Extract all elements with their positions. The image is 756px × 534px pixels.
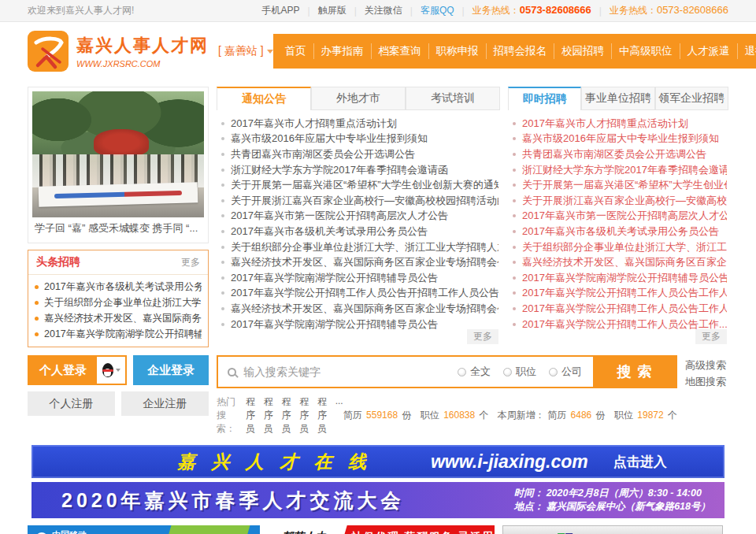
recruit-item[interactable]: 嘉兴经济技术开发区、嘉兴国际商务区百家企业专... — [510, 254, 727, 270]
scope-position[interactable]: 职位 — [503, 365, 536, 379]
banner-spring-job-fair[interactable]: 2020年嘉兴市春季人才交流大会 时间： 2020年2月8日（周六）8:30 -… — [32, 482, 724, 518]
recruit-more-link[interactable]: 更多 — [695, 329, 727, 344]
nav-item[interactable]: 办事指南 — [313, 43, 371, 59]
recruit-item[interactable]: 2017年嘉兴学院南湖学院公开招聘辅导员公告 — [510, 270, 727, 286]
ad-china-mobile[interactable]: 中国移动 China Mobile 移动花卡 bilibili 季度会员 — [28, 525, 260, 534]
stat-label: 简历 — [343, 410, 362, 421]
nav-item[interactable]: 档案查询 — [371, 43, 428, 59]
recruit-item-text: 2017年嘉兴学院南湖学院公开招聘辅导员公告 — [522, 271, 727, 285]
hot-term[interactable]: 程序员 — [246, 395, 258, 436]
tab-leading-enterprise[interactable]: 领军企业招聘 — [655, 87, 728, 110]
enterprise-register-button[interactable]: 企业注册 — [121, 391, 209, 416]
recruit-item[interactable]: 关于组织部分企事业单位赴浙江大学、浙江工业大... — [510, 239, 727, 255]
recruit-item[interactable]: 2017年嘉兴市第一医院公开招聘高层次人才公告 — [510, 209, 727, 224]
map-search-link[interactable]: 地图搜索 — [685, 373, 732, 390]
nav-item[interactable]: 招聘会报名 — [486, 43, 554, 59]
notice-item[interactable]: 2017年嘉兴市第一医院公开招聘高层次人才公告 — [218, 209, 498, 224]
banner-jiaxing-talent-online[interactable]: 嘉 兴 人 才 在 线 www.i-jiaxing.com 点击进入 — [32, 445, 724, 478]
hot-term[interactable]: 程序员 — [281, 395, 294, 436]
photo-caption[interactable]: 学子回 “嘉” 感受禾城蝶变 携手同 “... — [32, 217, 204, 239]
topbar-link-touch[interactable]: 触屏版 — [318, 4, 346, 17]
recruit-item[interactable]: 共青团嘉兴市南湖区委员会公开选调公告 — [510, 146, 727, 162]
tab-public-institution[interactable]: 事业单位招聘 — [581, 87, 654, 110]
station-selector[interactable]: [ 嘉善站 ] — [218, 44, 273, 58]
nav-item[interactable]: 退役军人招聘 — [737, 43, 756, 59]
hot-term[interactable]: ... — [335, 395, 343, 436]
stat-label: 职位 — [614, 410, 633, 421]
stat-unit: 个 — [668, 410, 677, 421]
nav-item[interactable]: 校园招聘 — [554, 43, 611, 59]
advanced-search-link[interactable]: 高级搜索 — [685, 357, 732, 373]
notice-item[interactable]: 2017年嘉兴学院公开招聘工作人员公告开招聘工作人员公告开... — [218, 286, 498, 302]
headline-item[interactable]: 2017年嘉兴学院南湖学院公开招聘辅... — [35, 326, 202, 342]
headline-item[interactable]: 关于组织部分企事业单位赴浙江大学... — [35, 295, 202, 310]
tab-instant-recruit[interactable]: 即时招聘 — [508, 87, 581, 110]
notice-item[interactable]: 关于开展第一届嘉兴港区“希望杯”大学生创业创新大赛的通知 — [218, 177, 498, 193]
notice-item[interactable]: 嘉兴经济技术开发区、嘉兴国际商务区百家企业专场招聘会公告 — [218, 301, 498, 317]
nav-item[interactable]: 中高级职位 — [611, 43, 680, 59]
headline-more-link[interactable]: 更多 — [181, 256, 200, 269]
topbar-link-wechat[interactable]: 关注微信 — [365, 4, 402, 17]
scope-label: 全文 — [470, 365, 491, 379]
site-logo-icon[interactable] — [28, 31, 69, 72]
notice-item-text: 2017年嘉兴市第一医院公开招聘高层次人才公告 — [231, 209, 448, 223]
notice-item[interactable]: 关于组织部分企事业单位赴浙江大学、浙江工业大学招聘人才的... — [218, 239, 498, 255]
recruit-item[interactable]: 2017年嘉兴市各级机关考试录用公务员公告 — [510, 224, 727, 239]
notice-item[interactable]: 2017年嘉兴学院南湖学院公开招聘辅导员公告 — [218, 270, 498, 286]
headline-item[interactable]: 嘉兴经济技术开发区、嘉兴国际商务... — [35, 310, 202, 326]
notice-item[interactable]: 2017年嘉兴市各级机关考试录用公务员公告 — [218, 224, 498, 239]
ads-row: 中国移动 China Mobile 移动花卡 bilibili 季度会员 邦芒人… — [0, 525, 756, 534]
search-button[interactable]: 搜索 — [593, 357, 676, 387]
ad-jaly[interactable]: JALY 嘉丽日用品 — [502, 525, 723, 534]
recruit-item[interactable]: 2017年嘉兴学院公开招聘工作人员公告工作人员... — [510, 301, 727, 317]
news-photo-card[interactable]: 学子回 “嘉” 感受禾城蝶变 携手同 “... — [28, 87, 209, 243]
bangmang-services: 社保代理 薪酬服务 灵活用工 业务外包 人事代理 求职招聘 — [351, 529, 495, 534]
recruit-item[interactable]: 关于开展浙江嘉兴百家企业高校行—安徽高校校园... — [510, 193, 727, 209]
recruit-item-text: 2017年嘉兴市人才招聘重点活动计划 — [522, 117, 688, 131]
notice-item[interactable]: 嘉兴市级2016年应届大中专毕业生报到须知 — [218, 132, 498, 147]
personal-login-button[interactable]: 个人登录 — [29, 357, 97, 384]
qq-login-button[interactable] — [97, 357, 125, 384]
topbar-link-app[interactable]: 手机APP — [262, 4, 300, 17]
scope-company[interactable]: 公司 — [549, 365, 582, 379]
notice-item[interactable]: 浙江财经大学东方学院2017年春季招聘会邀请函 — [218, 162, 498, 178]
nav-item[interactable]: 职称申报 — [428, 43, 486, 59]
scope-fulltext[interactable]: 全文 — [458, 365, 491, 379]
notice-item[interactable]: 2017年嘉兴学院南湖学院公开招聘辅导员公告 — [218, 317, 498, 332]
login-buttons-row: 个人登录 企业登录 — [28, 355, 209, 385]
tab-exam-training[interactable]: 考试培训 — [406, 87, 500, 110]
chevron-down-icon — [116, 369, 120, 372]
bangmang-name: 邦芒人力 — [268, 530, 340, 534]
recruit-item[interactable]: 2017年嘉兴市人才招聘重点活动计划 — [510, 116, 727, 132]
notice-item-text: 2017年嘉兴学院南湖学院公开招聘辅导员公告 — [231, 271, 438, 285]
radio-icon — [458, 368, 466, 376]
hot-term[interactable]: 程序员 — [264, 395, 276, 436]
headline-item[interactable]: 2017年嘉兴市各级机关考试录用公务... — [35, 279, 202, 295]
personal-register-button[interactable]: 个人注册 — [28, 391, 115, 416]
search-scopes: 全文 职位 公司 — [458, 357, 593, 387]
notice-item[interactable]: 关于开展浙江嘉兴百家企业高校行—安徽高校校园招聘活动的通... — [218, 193, 498, 209]
recruit-item[interactable]: 2017年嘉兴学院公开招聘工作人员公告工作人员... — [510, 286, 727, 302]
scope-label: 职位 — [516, 365, 536, 379]
notice-item[interactable]: 2017年嘉兴市人才招聘重点活动计划 — [218, 116, 498, 132]
topbar-link-qq[interactable]: 客服QQ — [421, 4, 454, 17]
hot-term[interactable]: 程序员 — [317, 395, 330, 436]
recruit-item[interactable]: 关于开展第一届嘉兴港区“希望杯”大学生创业创... — [510, 177, 727, 193]
tab-notice[interactable]: 通知公告 — [217, 87, 311, 110]
hot-term[interactable]: 程序员 — [299, 395, 312, 436]
recruit-item[interactable]: 2017年嘉兴学院公开招聘工作人员公告工作... — [510, 317, 727, 332]
notice-item[interactable]: 共青团嘉兴市南湖区委员会公开选调公告 — [218, 146, 498, 162]
tab-outside-market[interactable]: 外地才市 — [311, 87, 406, 110]
recruit-list: 2017年嘉兴市人才招聘重点活动计划 嘉兴市级2016年应届大中专毕业生报到须知… — [508, 110, 728, 346]
ad-bangmang[interactable]: 邦芒人力 50bm.com 社保代理 薪酬服务 灵活用工 业务外包 人事代理 求… — [268, 525, 495, 534]
notice-more-link[interactable]: 更多 — [467, 329, 498, 344]
recruit-item[interactable]: 嘉兴市级2016年应届大中专毕业生报到须知 — [510, 132, 727, 147]
recruit-item[interactable]: 浙江财经大学东方学院2017年春季招聘会邀请函 — [510, 162, 727, 178]
notice-item-text: 2017年嘉兴市各级机关考试录用公务员公告 — [231, 224, 428, 239]
enterprise-login-button[interactable]: 企业登录 — [133, 355, 209, 385]
notice-item[interactable]: 嘉兴经济技术开发区、嘉兴国际商务区百家企业专场招聘会公告 — [218, 254, 498, 270]
search-input[interactable] — [243, 365, 458, 378]
nav-item[interactable]: 首页 — [278, 43, 313, 59]
nav-item[interactable]: 人才派遣 — [680, 43, 737, 59]
bullet-icon — [513, 153, 516, 156]
